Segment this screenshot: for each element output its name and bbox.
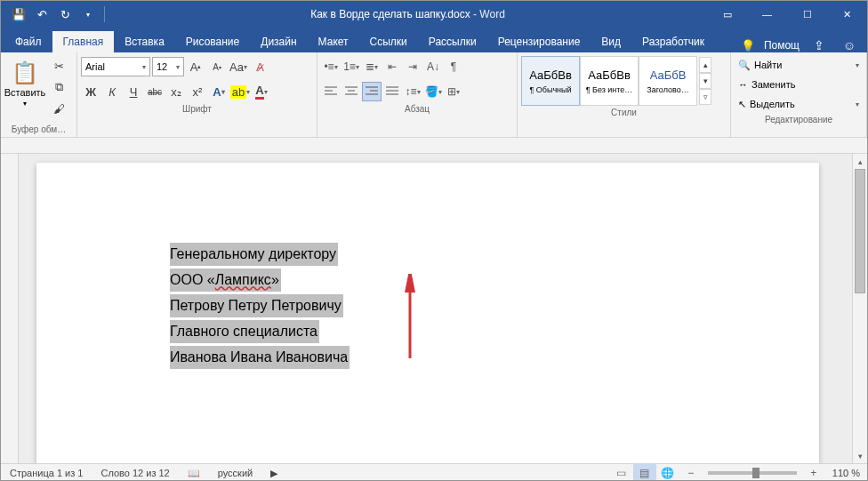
shrink-font-icon[interactable]: A▾ bbox=[207, 57, 227, 76]
scroll-thumb[interactable] bbox=[855, 169, 865, 293]
scroll-track[interactable] bbox=[853, 169, 867, 448]
scroll-down-icon[interactable]: ▾ bbox=[853, 448, 867, 463]
change-case-icon[interactable]: Aa▾ bbox=[229, 57, 248, 76]
subscript-button[interactable]: x₂ bbox=[166, 82, 186, 101]
tab-developer[interactable]: Разработчик bbox=[631, 31, 715, 52]
scroll-up-icon[interactable]: ▴ bbox=[853, 154, 867, 169]
bold-button[interactable]: Ж bbox=[81, 82, 100, 101]
align-right-icon[interactable] bbox=[362, 82, 382, 101]
doc-line-5[interactable]: Иванова Ивана Ивановича bbox=[170, 346, 350, 369]
styles-up-icon[interactable]: ▴ bbox=[699, 57, 711, 73]
status-language[interactable]: русский bbox=[209, 464, 261, 481]
feedback-icon[interactable]: ☺ bbox=[839, 38, 860, 52]
qat-customize-icon[interactable]: ▾ bbox=[77, 4, 99, 25]
ribbon-options-icon[interactable]: ▭ bbox=[707, 1, 747, 28]
line-spacing-icon[interactable]: ↕≡▾ bbox=[403, 82, 422, 101]
italic-button[interactable]: К bbox=[102, 82, 122, 101]
doc-line-1[interactable]: Генеральному директору bbox=[170, 243, 338, 266]
zoom-out-icon[interactable]: − bbox=[679, 464, 703, 482]
zoom-value[interactable]: 110 % bbox=[825, 468, 867, 478]
vertical-ruler[interactable] bbox=[1, 154, 19, 463]
document-area[interactable]: Генеральному директору ООО «Лампикс» Пет… bbox=[19, 154, 852, 463]
status-macro-icon[interactable]: ▶ bbox=[261, 464, 286, 481]
tab-design[interactable]: Дизайн bbox=[250, 31, 307, 52]
doc-line-4[interactable]: Главного специалиста bbox=[170, 320, 319, 343]
save-icon[interactable]: 💾 bbox=[8, 4, 29, 25]
style-heading1[interactable]: АаБбВ Заголово… bbox=[639, 56, 697, 106]
shading-icon[interactable]: 🪣▾ bbox=[423, 82, 443, 101]
replace-button[interactable]: ↔ Заменить bbox=[735, 76, 863, 93]
grow-font-icon[interactable]: A▴ bbox=[186, 57, 205, 76]
view-read-icon[interactable]: ▭ bbox=[610, 464, 633, 482]
bullets-icon[interactable]: •≡▾ bbox=[321, 57, 341, 76]
styles-more-icon[interactable]: ▿ bbox=[699, 89, 711, 105]
tab-references[interactable]: Ссылки bbox=[359, 31, 418, 52]
share-icon[interactable]: ⇪ bbox=[808, 38, 830, 52]
clear-format-icon[interactable]: A̷ bbox=[250, 57, 269, 76]
cut-icon[interactable]: ✂ bbox=[49, 56, 68, 76]
copy-icon[interactable]: ⧉ bbox=[49, 77, 68, 97]
app-name: Word bbox=[479, 8, 504, 20]
superscript-button[interactable]: x² bbox=[188, 82, 207, 101]
group-paragraph: •≡▾ 1≡▾ ≣▾ ⇤ ⇥ A↓ ¶ bbox=[317, 52, 518, 137]
minimize-icon[interactable]: — bbox=[747, 1, 787, 28]
redo-icon[interactable]: ↻ bbox=[54, 4, 76, 25]
tab-view[interactable]: Вид bbox=[591, 31, 631, 52]
tab-file[interactable]: Файл bbox=[4, 31, 52, 52]
tell-me-label[interactable]: Помощ bbox=[764, 39, 800, 52]
zoom-in-icon[interactable]: + bbox=[802, 464, 825, 482]
align-center-icon[interactable] bbox=[342, 82, 361, 101]
view-web-icon[interactable]: 🌐 bbox=[656, 464, 679, 482]
paste-button[interactable]: 📋 Вставить ▾ bbox=[4, 54, 45, 113]
undo-icon[interactable]: ↶ bbox=[31, 4, 52, 25]
numbering-icon[interactable]: 1≡▾ bbox=[342, 57, 361, 76]
underline-button[interactable]: Ч bbox=[124, 82, 143, 101]
font-size-value: 12 bbox=[157, 61, 167, 72]
group-styles-label: Стили bbox=[521, 106, 727, 120]
show-marks-icon[interactable]: ¶ bbox=[444, 57, 463, 76]
zoom-thumb[interactable] bbox=[752, 468, 760, 478]
zoom-slider[interactable] bbox=[708, 471, 797, 475]
font-name-dropdown[interactable]: Arial▾ bbox=[81, 57, 150, 76]
select-button[interactable]: ↖ Выделить ▾ bbox=[735, 95, 863, 113]
increase-indent-icon[interactable]: ⇥ bbox=[403, 57, 422, 76]
tab-insert[interactable]: Вставка bbox=[114, 31, 175, 52]
tab-home[interactable]: Главная bbox=[52, 31, 115, 52]
tell-me-bulb-icon[interactable]: 💡 bbox=[741, 39, 755, 52]
doc-line-3[interactable]: Петрову Петру Петровичу bbox=[170, 294, 343, 317]
search-icon: 🔍 bbox=[738, 60, 751, 71]
doc-line-2[interactable]: ООО «Лампикс» bbox=[170, 269, 281, 292]
close-icon[interactable]: ✕ bbox=[827, 1, 867, 28]
workspace: Генеральному директору ООО «Лампикс» Пет… bbox=[1, 154, 867, 463]
tab-draw[interactable]: Рисование bbox=[175, 31, 250, 52]
vertical-scrollbar[interactable]: ▴ ▾ bbox=[852, 154, 867, 463]
strike-button[interactable]: abc bbox=[145, 82, 165, 101]
tab-mailings[interactable]: Рассылки bbox=[418, 31, 487, 52]
style-no-spacing[interactable]: АаБбВв ¶ Без инте… bbox=[580, 56, 639, 106]
align-left-icon[interactable] bbox=[321, 82, 341, 101]
font-size-dropdown[interactable]: 12▾ bbox=[152, 57, 184, 76]
status-proofing-icon[interactable]: 📖 bbox=[179, 464, 209, 481]
status-words[interactable]: Слово 12 из 12 bbox=[92, 464, 178, 481]
multilevel-icon[interactable]: ≣▾ bbox=[362, 57, 382, 76]
font-color-icon[interactable]: A▾ bbox=[252, 82, 271, 101]
status-page[interactable]: Страница 1 из 1 bbox=[1, 464, 92, 481]
view-print-icon[interactable]: ▤ bbox=[633, 464, 656, 482]
decrease-indent-icon[interactable]: ⇤ bbox=[382, 57, 402, 76]
maximize-icon[interactable]: ☐ bbox=[787, 1, 827, 28]
horizontal-ruler[interactable] bbox=[1, 138, 867, 154]
tab-review[interactable]: Рецензирование bbox=[487, 31, 591, 52]
borders-icon[interactable]: ⊞▾ bbox=[444, 82, 463, 101]
format-painter-icon[interactable]: 🖌 bbox=[49, 99, 68, 118]
highlight-icon[interactable]: ab▾ bbox=[230, 82, 250, 101]
spell-error[interactable]: Лампикс bbox=[215, 272, 271, 287]
page[interactable]: Генеральному директору ООО «Лампикс» Пет… bbox=[36, 163, 819, 463]
find-button[interactable]: 🔍 Найти ▾ bbox=[735, 56, 863, 74]
sort-icon[interactable]: A↓ bbox=[423, 57, 443, 76]
tab-layout[interactable]: Макет bbox=[308, 31, 359, 52]
text-effects-icon[interactable]: A▾ bbox=[209, 82, 229, 101]
qat-separator bbox=[104, 6, 105, 22]
align-justify-icon[interactable] bbox=[382, 82, 402, 101]
styles-down-icon[interactable]: ▾ bbox=[699, 73, 711, 89]
style-normal[interactable]: АаБбВв ¶ Обычный bbox=[521, 56, 580, 106]
